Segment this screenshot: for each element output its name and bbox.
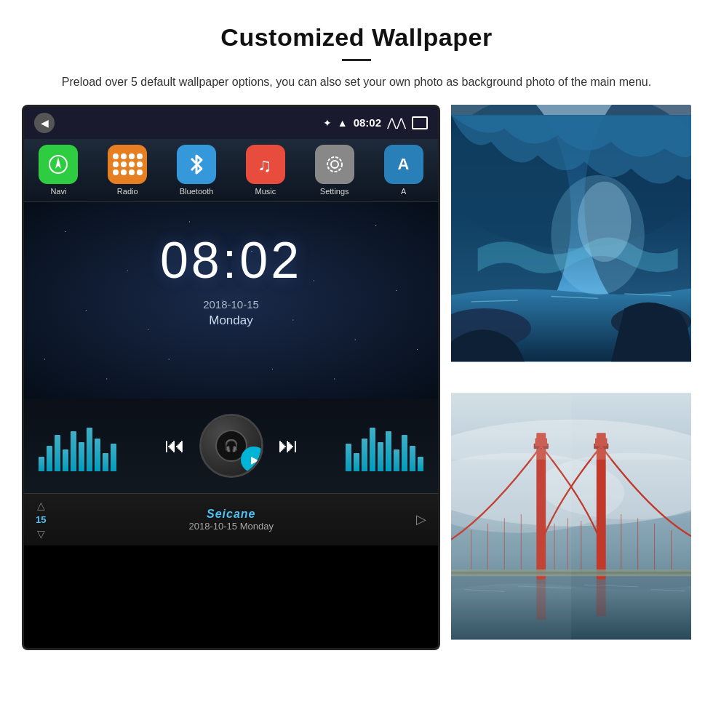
settings-icon-box <box>315 145 354 184</box>
page-header: Customized Wallpaper Preload over 5 defa… <box>0 0 713 105</box>
status-time: 08:02 <box>354 116 381 129</box>
music-icon-box: ♫ <box>246 145 285 184</box>
clock-time: 08:02 <box>39 231 423 289</box>
svg-text:♫: ♫ <box>258 154 272 176</box>
bottom-right-arrow-icon: ▷ <box>416 511 426 527</box>
eq-bar <box>79 442 84 471</box>
settings-label: Settings <box>320 187 349 196</box>
music-section: ⏮ 🎧 ▶ ⏭ <box>24 399 438 493</box>
bridge-wallpaper-svg <box>451 383 691 650</box>
device-mockup: ◀ ✦ ▲ 08:02 ⋀⋀ Navi <box>22 105 440 650</box>
bottom-right: ▷ <box>416 511 426 527</box>
eq-bar <box>346 444 351 471</box>
back-button[interactable]: ◀ <box>34 113 55 133</box>
eq-bar <box>63 449 68 471</box>
bluetooth-status-icon: ✦ <box>323 117 332 129</box>
eq-bar <box>418 457 423 471</box>
content-area: ◀ ✦ ▲ 08:02 ⋀⋀ Navi <box>0 105 713 672</box>
eq-bar <box>386 431 391 471</box>
title-divider <box>342 59 371 61</box>
page-description: Preload over 5 default wallpaper options… <box>58 73 655 92</box>
svg-point-3 <box>331 161 338 168</box>
svg-point-10 <box>578 181 631 261</box>
page-title: Customized Wallpaper <box>44 23 669 52</box>
navi-svg-icon <box>47 153 70 176</box>
eq-bar <box>111 444 116 471</box>
eq-bar <box>402 435 407 471</box>
eq-bar <box>394 449 399 471</box>
eq-bar <box>378 442 383 471</box>
music-svg-icon: ♫ <box>254 153 277 176</box>
double-arrow-icon: ⋀⋀ <box>387 116 406 129</box>
bluetooth-label: Bluetooth <box>180 187 213 196</box>
music-label: Music <box>255 187 276 196</box>
radio-icon-box <box>108 145 147 184</box>
clock-day: Monday <box>39 313 423 328</box>
nav-down-icon[interactable]: ▽ <box>37 528 45 540</box>
eq-bar <box>47 446 52 471</box>
svg-marker-1 <box>55 157 61 169</box>
settings-app-icon[interactable]: Settings <box>300 145 369 196</box>
ice-wallpaper-svg <box>451 105 691 372</box>
navi-icon-box <box>39 145 78 184</box>
music-controls: ⏮ 🎧 ▶ ⏭ <box>164 414 298 478</box>
svg-rect-26 <box>597 447 606 580</box>
signal-icon: ▲ <box>338 117 348 129</box>
next-button[interactable]: ⏭ <box>278 433 298 457</box>
radio-dots <box>113 153 143 175</box>
wallpaper-bridge-image <box>451 383 691 650</box>
eq-bar <box>410 446 415 471</box>
eq-bar <box>39 457 44 471</box>
eq-bar <box>103 453 108 471</box>
play-icon: ▶ <box>251 454 259 465</box>
more-icon-box: A <box>384 145 423 184</box>
more-icon-letter: A <box>398 155 410 174</box>
app-icons-row: Navi Radio Bluetooth <box>24 139 438 202</box>
eq-bar <box>71 431 76 471</box>
clock-section: 08:02 2018-10-15 Monday <box>24 202 438 399</box>
bluetooth-app-icon[interactable]: Bluetooth <box>162 145 231 196</box>
eq-bar <box>370 428 375 471</box>
bottom-date: 2018-10-15 Monday <box>189 521 274 532</box>
clock-date: 2018-10-15 <box>39 298 423 311</box>
settings-svg-icon <box>323 153 346 176</box>
eq-bar <box>362 439 367 471</box>
radio-app-icon[interactable]: Radio <box>93 145 162 196</box>
eq-bar <box>55 435 60 471</box>
status-bar-right: ✦ ▲ 08:02 ⋀⋀ <box>323 116 428 129</box>
music-disc: 🎧 ▶ <box>199 414 263 478</box>
eq-bar <box>87 428 92 471</box>
svg-point-4 <box>327 157 342 172</box>
bluetooth-icon-box <box>177 145 216 184</box>
wallpaper-ice-image <box>451 105 691 372</box>
more-app-icon[interactable]: A A <box>369 145 438 196</box>
music-app-icon[interactable]: ♫ Music <box>231 145 300 196</box>
headphone-icon: 🎧 <box>224 439 239 452</box>
nav-number: 15 <box>36 514 46 525</box>
more-label: A <box>401 187 406 196</box>
eq-bar <box>354 453 359 471</box>
window-icon[interactable] <box>412 116 428 129</box>
wallpaper-images <box>451 105 691 650</box>
bottom-nav[interactable]: △ 15 ▽ <box>36 500 46 540</box>
bluetooth-svg-icon <box>186 151 207 177</box>
navi-label: Navi <box>50 187 66 196</box>
svg-rect-49 <box>451 393 571 639</box>
radio-label: Radio <box>117 187 138 196</box>
svg-rect-47 <box>597 580 606 616</box>
play-button[interactable]: ▶ <box>241 447 263 473</box>
navi-app-icon[interactable]: Navi <box>24 145 93 196</box>
prev-button[interactable]: ⏮ <box>164 433 185 457</box>
nav-up-icon[interactable]: △ <box>37 500 45 511</box>
brand-name: Seicane <box>207 508 255 521</box>
eq-bar <box>95 439 100 471</box>
status-bar: ◀ ✦ ▲ 08:02 ⋀⋀ <box>24 107 438 139</box>
bottom-bar: △ 15 ▽ Seicane 2018-10-15 Monday ▷ <box>24 493 438 545</box>
status-bar-left: ◀ <box>34 113 55 133</box>
bottom-center: Seicane 2018-10-15 Monday <box>189 508 274 532</box>
